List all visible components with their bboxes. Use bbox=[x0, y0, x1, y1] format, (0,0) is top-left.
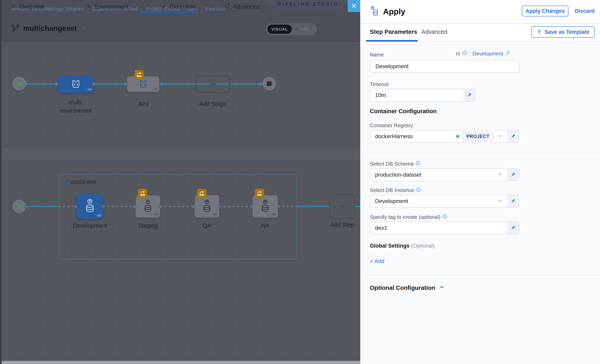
step-node-development[interactable]: </> bbox=[76, 194, 103, 219]
section-divider bbox=[360, 275, 600, 276]
tab-advanced[interactable]: Advanced bbox=[224, 3, 260, 10]
stage-node-apj[interactable]: </> bbox=[127, 76, 159, 92]
db-instance-value: Development bbox=[375, 198, 494, 204]
yaml-code-glyph: </> bbox=[87, 88, 92, 91]
edit-id-icon[interactable] bbox=[505, 50, 510, 57]
tag-input[interactable] bbox=[375, 225, 502, 231]
step-node-staging[interactable]: </> bbox=[136, 195, 160, 218]
pipeline-studio-app: Account: kurosakiichigo.songoku › Organi… bbox=[0, 0, 600, 364]
timeout-input[interactable] bbox=[375, 92, 459, 98]
chevron-down-icon bbox=[497, 198, 502, 204]
step-label: Staging bbox=[130, 222, 166, 229]
stage-node-multi-environment[interactable]: </> bbox=[58, 76, 94, 93]
info-icon[interactable] bbox=[462, 51, 467, 57]
pipeline-graph-icon bbox=[11, 25, 19, 32]
container-registry-select[interactable]: dockerHarness PROJECT bbox=[370, 130, 507, 142]
step-label: QA bbox=[191, 222, 223, 229]
timeout-input-wrap bbox=[370, 89, 463, 101]
container-registry-label: Container Registry bbox=[370, 122, 413, 129]
id-label: Id bbox=[456, 51, 460, 57]
stage-label: APJ bbox=[127, 101, 159, 108]
chevron-right-icon: › bbox=[64, 3, 66, 9]
connector-port bbox=[55, 82, 58, 86]
info-icon[interactable] bbox=[416, 187, 421, 193]
db-instance-select[interactable]: Development bbox=[370, 195, 507, 207]
container-registry-value: dockerHarness bbox=[375, 133, 454, 140]
visual-yaml-toggle[interactable]: VISUAL YAML bbox=[266, 24, 317, 35]
step-label: Development bbox=[68, 222, 112, 229]
info-icon[interactable] bbox=[415, 161, 420, 167]
pipeline-studio-badge: PIPELINE STUDIO bbox=[262, 0, 354, 9]
fixed-value-pin-icon[interactable] bbox=[463, 89, 475, 101]
toggle-yaml[interactable]: YAML bbox=[292, 27, 316, 32]
fixed-value-pin-icon[interactable] bbox=[507, 222, 519, 234]
yaml-code-glyph: </> bbox=[153, 87, 157, 91]
fixed-value-pin-icon[interactable] bbox=[507, 130, 519, 142]
apply-changes-button[interactable]: Apply Changes bbox=[522, 6, 568, 16]
drawer-title: Apply bbox=[383, 7, 405, 16]
pipeline-workspace: Account: kurosakiichigo.songoku › Organi… bbox=[0, 0, 360, 364]
apply-step-icon bbox=[370, 6, 379, 17]
discard-button[interactable]: Discard bbox=[575, 8, 595, 14]
db-schema-control: production-dataset bbox=[370, 168, 519, 181]
chevron-right-icon: › bbox=[201, 6, 202, 12]
step-config-drawer: Apply Apply Changes Discard Step Paramet… bbox=[360, 0, 600, 364]
advanced-tab-icon bbox=[224, 3, 230, 10]
connector-port bbox=[92, 82, 96, 86]
rollback-badge-icon bbox=[138, 189, 147, 198]
db-schema-label: Select DB Schema bbox=[370, 161, 420, 167]
add-step-button[interactable]: + bbox=[329, 194, 355, 219]
tab-label: Overview bbox=[19, 3, 44, 10]
db-schema-select[interactable]: production-dataset bbox=[370, 169, 507, 181]
name-field-label: Name bbox=[370, 52, 384, 58]
close-drawer-button[interactable]: ✕ bbox=[348, 0, 360, 12]
pipeline-title-row: multichangeset bbox=[11, 24, 87, 33]
chevron-down-icon[interactable] bbox=[497, 133, 502, 139]
info-icon[interactable] bbox=[442, 214, 447, 220]
add-global-setting-link[interactable]: + Add bbox=[370, 258, 384, 264]
connector-port bbox=[124, 82, 128, 86]
active-tab-underline bbox=[140, 11, 198, 13]
add-stage-button[interactable]: + bbox=[196, 76, 230, 93]
step-group-label: cross-env bbox=[71, 179, 96, 185]
tab-label: Environment bbox=[95, 3, 129, 10]
chevron-down-icon bbox=[497, 172, 502, 178]
tab-overview[interactable]: ✓ Overview bbox=[11, 3, 44, 10]
chevron-down-icon bbox=[439, 284, 445, 291]
edit-title-icon[interactable] bbox=[81, 25, 87, 32]
tab-environment[interactable]: Environment bbox=[86, 3, 129, 10]
toggle-visual[interactable]: VISUAL bbox=[267, 25, 292, 34]
step-parameters-form: Name Id : Development Timeout bbox=[360, 42, 600, 364]
stage-label: Add Stage bbox=[193, 100, 233, 107]
breadcrumb-pipelines[interactable]: Pipelines bbox=[205, 6, 225, 12]
step-node-na[interactable]: </> bbox=[253, 195, 278, 218]
active-tab-underline bbox=[366, 40, 418, 42]
collapse-group-icon[interactable] bbox=[62, 181, 67, 183]
container-configuration-heading: Container Configuration bbox=[370, 108, 437, 115]
db-instance-label: Select DB Instance bbox=[370, 187, 421, 193]
play-icon bbox=[18, 81, 22, 86]
container-registry-control: dockerHarness PROJECT bbox=[370, 130, 519, 143]
horizontal-scrollbar[interactable] bbox=[2, 361, 360, 364]
page-title: multichangeset bbox=[23, 24, 77, 33]
step-node-qa[interactable]: </> bbox=[195, 195, 219, 218]
optional-configuration-toggle[interactable]: Optional Configuration bbox=[370, 284, 445, 291]
yaml-code-glyph: </> bbox=[154, 212, 158, 216]
yaml-code-glyph: </> bbox=[271, 212, 276, 216]
tab-step-advanced[interactable]: Advanced bbox=[422, 29, 447, 35]
connector-status-dot bbox=[456, 135, 459, 138]
fixed-value-pin-icon[interactable] bbox=[507, 169, 519, 181]
save-as-template-button[interactable]: Save as Template bbox=[531, 27, 595, 38]
fixed-value-pin-icon[interactable] bbox=[507, 195, 519, 207]
step-group-header: cross-env bbox=[62, 179, 96, 185]
check-icon: ✓ bbox=[162, 3, 167, 10]
chained-pipeline-badge-icon bbox=[134, 70, 144, 79]
name-input[interactable] bbox=[370, 60, 520, 73]
nav-edge-strip bbox=[0, 0, 2, 364]
tab-step-parameters[interactable]: Step Parameters bbox=[370, 28, 417, 35]
db-instance-control: Development bbox=[370, 195, 519, 208]
pipeline-end-node[interactable] bbox=[262, 77, 276, 90]
tab-execution[interactable]: ✓ Execution bbox=[162, 3, 196, 10]
global-settings-heading: Global Settings (Optional) bbox=[370, 243, 435, 249]
yaml-code-glyph: </> bbox=[97, 214, 101, 218]
